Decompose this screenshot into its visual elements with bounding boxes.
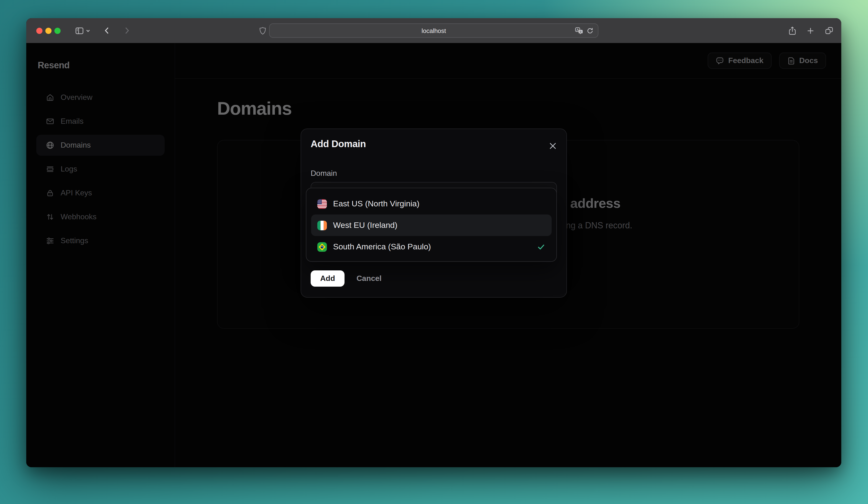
check-icon xyxy=(537,242,545,251)
minimize-window-button[interactable] xyxy=(45,28,52,34)
cancel-button[interactable]: Cancel xyxy=(356,274,382,283)
sidebar-toggle-icon[interactable] xyxy=(73,18,85,43)
browser-window: localhost A 文 xyxy=(26,18,841,467)
chevron-down-icon[interactable] xyxy=(84,18,91,43)
reload-icon[interactable] xyxy=(587,27,593,34)
region-option-south-america[interactable]: South America (São Paulo) xyxy=(311,236,551,258)
back-button[interactable] xyxy=(102,18,112,43)
modal-title: Add Domain xyxy=(311,139,557,150)
region-dropdown: East US (North Virginia) West EU (Irelan… xyxy=(306,188,557,262)
url-text: localhost xyxy=(422,27,446,34)
add-domain-modal: Add Domain Domain xyxy=(301,129,567,298)
share-icon[interactable] xyxy=(787,18,797,43)
add-button[interactable]: Add xyxy=(311,270,344,286)
svg-text:A: A xyxy=(577,28,579,31)
address-bar[interactable]: localhost A 文 xyxy=(269,23,598,38)
region-option-label: East US (North Virginia) xyxy=(333,199,420,209)
zoom-window-button[interactable] xyxy=(54,28,61,34)
forward-button[interactable] xyxy=(122,18,132,43)
brazil-flag xyxy=(317,242,327,252)
traffic-lights xyxy=(36,28,61,34)
privacy-shield-icon[interactable] xyxy=(257,18,268,43)
browser-toolbar: localhost A 文 xyxy=(26,18,841,43)
region-option-east-us[interactable]: East US (North Virginia) xyxy=(311,193,551,214)
close-icon[interactable] xyxy=(548,141,557,150)
translate-icon[interactable]: A 文 xyxy=(575,27,583,34)
us-flag xyxy=(317,199,327,209)
resend-app: Resend Overview xyxy=(26,43,841,467)
ireland-flag xyxy=(317,221,327,230)
region-option-west-eu[interactable]: West EU (Ireland) xyxy=(311,214,551,236)
new-tab-icon[interactable] xyxy=(805,18,816,43)
svg-text:文: 文 xyxy=(579,30,582,33)
region-option-label: West EU (Ireland) xyxy=(333,221,397,230)
region-option-label: South America (São Paulo) xyxy=(333,242,431,252)
modal-footer: Add Cancel xyxy=(311,270,382,286)
domain-field-label: Domain xyxy=(311,169,557,178)
tab-overview-icon[interactable] xyxy=(823,18,835,43)
close-window-button[interactable] xyxy=(36,28,42,34)
desktop-background: localhost A 文 xyxy=(0,0,868,504)
